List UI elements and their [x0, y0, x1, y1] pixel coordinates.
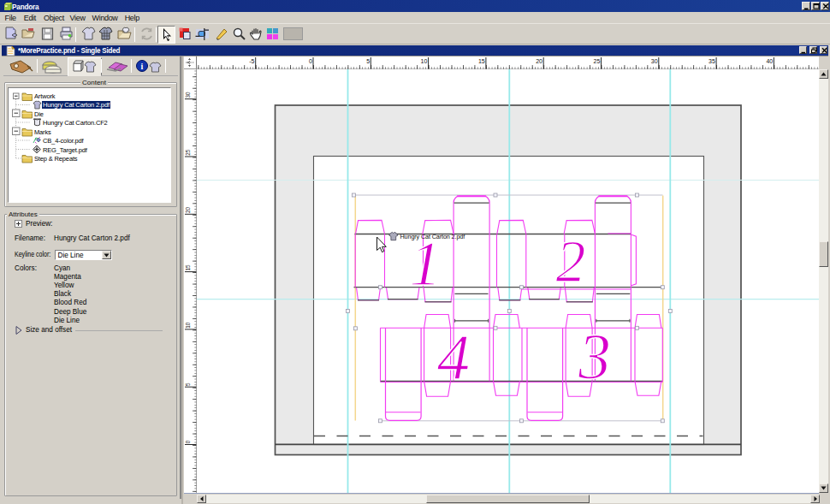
svg-text:15: 15: [477, 58, 484, 64]
svg-text:30: 30: [650, 58, 657, 64]
svg-text:0: 0: [308, 58, 311, 64]
svg-text:Hungry Cat Carton 2.pdf: Hungry Cat Carton 2.pdf: [400, 233, 465, 240]
svg-text:4: 4: [436, 320, 470, 394]
svg-text:3: 3: [578, 320, 611, 392]
svg-text:30: 30: [185, 92, 191, 98]
svg-text:i: i: [141, 62, 144, 71]
svg-text:20: 20: [185, 207, 191, 214]
svg-text:40: 40: [766, 58, 773, 64]
svg-text:5: 5: [366, 58, 370, 64]
svg-text:20: 20: [536, 58, 542, 64]
svg-text:35: 35: [708, 58, 715, 64]
svg-text:25: 25: [185, 149, 191, 156]
svg-text:25: 25: [593, 58, 600, 64]
svg-text:0: 0: [185, 440, 191, 443]
svg-text:10: 10: [420, 58, 427, 64]
svg-text:5: 5: [185, 382, 191, 386]
svg-text:10: 10: [185, 322, 191, 329]
svg-text:-5: -5: [249, 58, 254, 64]
svg-text:2: 2: [555, 228, 585, 294]
svg-text:15: 15: [185, 264, 191, 271]
